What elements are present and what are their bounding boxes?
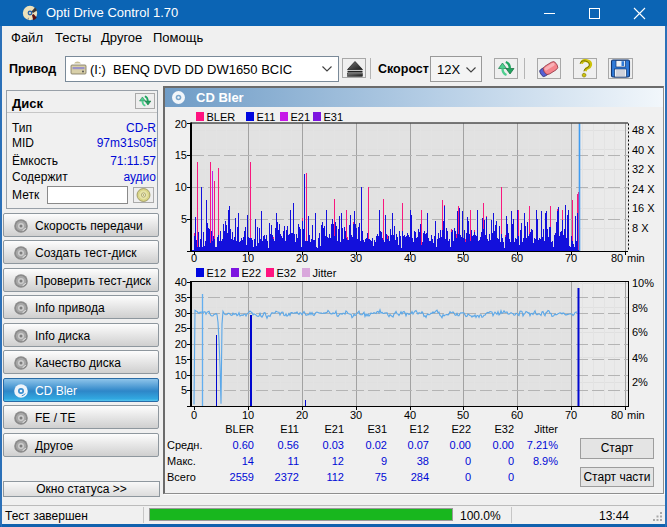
svg-text:40: 40	[404, 409, 416, 421]
svg-text:0.03: 0.03	[323, 439, 344, 451]
svg-text:E22: E22	[242, 267, 262, 279]
svg-text:6%: 6%	[632, 326, 648, 338]
svg-text:E32: E32	[277, 267, 297, 279]
svg-text:50: 50	[457, 252, 469, 264]
svg-text:E21: E21	[324, 423, 344, 435]
svg-text:24 X: 24 X	[632, 183, 655, 195]
svg-text:E32: E32	[494, 423, 514, 435]
svg-text:8%: 8%	[632, 302, 648, 314]
svg-text:min: min	[627, 252, 645, 264]
svg-text:E31: E31	[324, 111, 344, 123]
svg-text:75: 75	[375, 471, 387, 483]
svg-text:10: 10	[175, 181, 187, 193]
svg-text:15: 15	[175, 149, 187, 161]
svg-text:20: 20	[296, 252, 308, 264]
svg-text:Средн.: Средн.	[167, 439, 203, 451]
svg-text:284: 284	[411, 471, 429, 483]
svg-text:20: 20	[296, 409, 308, 421]
svg-text:48 X: 48 X	[632, 124, 655, 136]
svg-text:8.9%: 8.9%	[533, 455, 558, 467]
svg-text:16 X: 16 X	[632, 202, 655, 214]
svg-text:60: 60	[511, 252, 523, 264]
svg-text:80: 80	[611, 252, 623, 264]
svg-text:8 X: 8 X	[632, 222, 649, 234]
svg-text:E11: E11	[257, 111, 276, 123]
svg-text:11: 11	[288, 455, 299, 467]
svg-text:10%: 10%	[632, 277, 654, 289]
svg-text:0.00: 0.00	[493, 439, 514, 451]
svg-text:E12: E12	[207, 267, 227, 279]
svg-text:BLER: BLER	[207, 111, 236, 123]
svg-text:0.60: 0.60	[233, 439, 254, 451]
svg-text:32 X: 32 X	[632, 163, 655, 175]
svg-text:5: 5	[181, 384, 187, 396]
svg-text:0.07: 0.07	[408, 439, 429, 451]
svg-text:50: 50	[457, 409, 469, 421]
svg-text:2%: 2%	[632, 376, 648, 388]
svg-text:2559: 2559	[230, 471, 254, 483]
svg-text:10: 10	[242, 252, 254, 264]
svg-text:0: 0	[465, 471, 471, 483]
svg-text:Jitter: Jitter	[313, 267, 337, 279]
svg-text:40 X: 40 X	[632, 144, 655, 156]
svg-text:80: 80	[611, 409, 623, 421]
svg-text:BLER: BLER	[225, 423, 254, 435]
svg-text:E31: E31	[367, 423, 387, 435]
svg-text:40: 40	[404, 252, 416, 264]
svg-text:min: min	[627, 409, 645, 421]
svg-text:E22: E22	[451, 423, 471, 435]
svg-text:Jitter: Jitter	[534, 423, 558, 435]
svg-text:E21: E21	[291, 111, 311, 123]
svg-text:0.56: 0.56	[278, 439, 299, 451]
svg-text:30: 30	[175, 307, 187, 319]
svg-text:60: 60	[511, 409, 523, 421]
svg-text:12: 12	[332, 455, 344, 467]
svg-text:0: 0	[508, 471, 514, 483]
svg-text:Макс.: Макс.	[167, 455, 196, 467]
svg-text:30: 30	[350, 252, 362, 264]
svg-text:0.02: 0.02	[366, 439, 387, 451]
svg-text:E11: E11	[280, 423, 299, 435]
svg-text:112: 112	[326, 471, 344, 483]
svg-text:10: 10	[175, 369, 187, 381]
svg-text:25: 25	[175, 322, 187, 334]
svg-text:0: 0	[191, 409, 197, 421]
svg-text:9: 9	[381, 455, 387, 467]
svg-text:20: 20	[175, 338, 187, 350]
svg-text:0: 0	[465, 455, 471, 467]
svg-text:5: 5	[181, 213, 187, 225]
svg-text:E12: E12	[409, 423, 429, 435]
svg-text:35: 35	[175, 292, 187, 304]
svg-text:38: 38	[417, 455, 429, 467]
svg-text:10: 10	[242, 409, 254, 421]
svg-text:70: 70	[565, 409, 577, 421]
svg-text:30: 30	[350, 409, 362, 421]
svg-text:4%: 4%	[632, 352, 648, 364]
svg-text:15: 15	[175, 354, 187, 366]
svg-text:7.21%: 7.21%	[527, 439, 558, 451]
svg-text:14: 14	[242, 455, 254, 467]
svg-text:40: 40	[175, 276, 187, 288]
svg-text:0: 0	[191, 252, 197, 264]
svg-text:20: 20	[175, 118, 187, 130]
svg-text:0: 0	[508, 455, 514, 467]
svg-text:Всего: Всего	[167, 471, 196, 483]
svg-text:2372: 2372	[275, 471, 299, 483]
svg-text:70: 70	[565, 252, 577, 264]
svg-text:0.00: 0.00	[450, 439, 471, 451]
